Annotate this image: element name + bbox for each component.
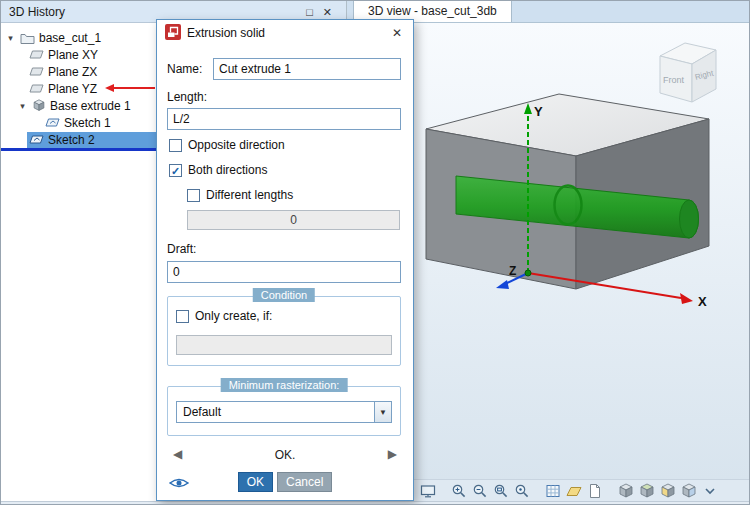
- plane-yz-marker-arrow: [105, 83, 155, 93]
- sheet-icon[interactable]: [586, 482, 604, 500]
- axis-x-label: X: [698, 294, 707, 309]
- tree-item-label: base_cut_1: [39, 31, 101, 45]
- zoom-all-icon[interactable]: [513, 482, 531, 500]
- model-folder-icon: [20, 32, 35, 44]
- opposite-direction-option[interactable]: Opposite direction: [169, 138, 285, 152]
- status-bar: [1, 501, 750, 505]
- origin-point: [525, 270, 531, 276]
- fit-screen-icon[interactable]: [419, 482, 437, 500]
- different-lengths-checkbox[interactable]: [187, 189, 200, 202]
- tree-item-base-extrude-1[interactable]: ▾ Base extrude 1: [1, 97, 158, 114]
- second-length-input: [187, 210, 400, 230]
- workplane-toggle-icon[interactable]: [565, 482, 583, 500]
- float-panel-button[interactable]: □: [306, 5, 313, 19]
- close-panel-button[interactable]: ✕: [323, 5, 332, 19]
- view-cube-front-label: Front: [663, 75, 685, 85]
- collapse-icon[interactable]: ▾: [5, 33, 16, 43]
- view-iso-2-icon[interactable]: [638, 482, 656, 500]
- extrude-icon: [32, 99, 46, 112]
- only-create-option[interactable]: Only create, if:: [176, 309, 272, 323]
- cylinder-cap: [680, 200, 699, 238]
- arrow-line: [113, 87, 155, 89]
- opposite-direction-checkbox[interactable]: [169, 139, 182, 152]
- tree-item-base-cut-1[interactable]: ▾ base_cut_1: [1, 29, 158, 46]
- history-insert-marker: [1, 148, 158, 151]
- tree-item-sketch-1[interactable]: Sketch 1: [1, 114, 158, 131]
- opposite-direction-label: Opposite direction: [188, 138, 285, 152]
- panel-header-buttons: □ ✕: [306, 5, 338, 19]
- only-create-checkbox[interactable]: [176, 310, 189, 323]
- both-directions-option[interactable]: ✓ Both directions: [169, 163, 267, 177]
- length-label: Length:: [167, 90, 207, 104]
- application-window: 3D History □ ✕ ▾ base_cut_1 Plane XY: [0, 0, 750, 505]
- tree-item-label: Plane YZ: [48, 82, 97, 96]
- workplane-icon: [29, 83, 44, 94]
- operation-status-text: OK.: [157, 448, 413, 462]
- condition-expression-input: [176, 335, 392, 355]
- panel-title: 3D History: [9, 5, 65, 19]
- next-operation-button[interactable]: ▶: [388, 447, 397, 461]
- tree-item-plane-xy[interactable]: Plane XY: [1, 46, 158, 63]
- tree-item-sketch-2[interactable]: Sketch 2: [1, 131, 158, 148]
- collapse-icon[interactable]: ▾: [17, 101, 28, 111]
- grid-icon[interactable]: [544, 482, 562, 500]
- name-label: Name:: [167, 62, 207, 76]
- tree-item-label: Sketch 2: [48, 133, 95, 147]
- tree-item-plane-zx[interactable]: Plane ZX: [1, 63, 158, 80]
- both-directions-checkbox[interactable]: ✓: [169, 164, 182, 177]
- toolbar-chevron-icon[interactable]: [701, 482, 719, 500]
- length-input[interactable]: [167, 108, 401, 130]
- axis-z-label: Z: [509, 264, 516, 278]
- zoom-in-icon[interactable]: [450, 482, 468, 500]
- rasterization-select[interactable]: Default ▼: [176, 401, 392, 423]
- tree-item-label: Sketch 1: [64, 116, 111, 130]
- draft-label: Draft:: [167, 242, 196, 256]
- rasterization-group: Minimum rasterization: Default ▼: [167, 386, 401, 436]
- sketch-icon: [45, 117, 60, 128]
- extrusion-icon: [165, 24, 181, 43]
- rasterization-selected-value[interactable]: Default: [176, 401, 374, 423]
- tree-item-label: Plane XY: [48, 48, 98, 62]
- workplane-icon: [29, 66, 44, 77]
- tree-item-label: Base extrude 1: [50, 99, 131, 113]
- different-lengths-label: Different lengths: [206, 188, 293, 202]
- zoom-out-icon[interactable]: [471, 482, 489, 500]
- draft-input[interactable]: [167, 261, 401, 283]
- only-create-label: Only create, if:: [195, 309, 272, 323]
- cancel-button[interactable]: Cancel: [277, 472, 332, 492]
- dialog-titlebar[interactable]: Extrusion solid ✕: [157, 20, 413, 46]
- dialog-title: Extrusion solid: [187, 26, 265, 40]
- dropdown-arrow-icon[interactable]: ▼: [374, 401, 392, 423]
- name-input[interactable]: [213, 58, 401, 80]
- tab-label: 3D view - base_cut_3db: [368, 4, 497, 18]
- selected-row-highlight: Sketch 2: [27, 132, 158, 148]
- view-iso-4-icon[interactable]: [680, 482, 698, 500]
- dialog-close-button[interactable]: ✕: [389, 26, 405, 40]
- extrusion-dialog: Extrusion solid ✕ Name: Length: Opposite…: [156, 19, 414, 501]
- both-directions-label: Both directions: [188, 163, 267, 177]
- ok-button[interactable]: OK: [238, 472, 273, 492]
- view-cube[interactable]: Front Right: [660, 43, 716, 102]
- different-lengths-option[interactable]: Different lengths: [187, 188, 293, 202]
- view-iso-3-icon[interactable]: [659, 482, 677, 500]
- tree-item-label: Plane ZX: [48, 65, 97, 79]
- axis-y-label: Y: [534, 104, 543, 119]
- rasterization-group-title: Minimum rasterization:: [221, 378, 348, 392]
- condition-group: Condition Only create, if:: [167, 296, 401, 366]
- workplane-icon: [29, 49, 44, 60]
- view-iso-1-icon[interactable]: [617, 482, 635, 500]
- zoom-window-icon[interactable]: [492, 482, 510, 500]
- condition-group-title: Condition: [253, 288, 315, 302]
- sketch-icon: [29, 134, 44, 145]
